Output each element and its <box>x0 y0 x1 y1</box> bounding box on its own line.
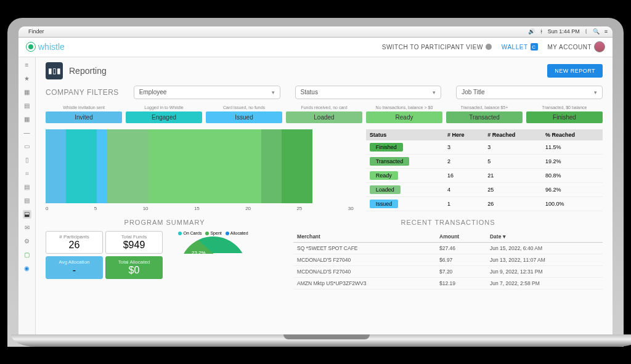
table-row[interactable]: Issued126100.0% <box>366 196 603 211</box>
summary-block: Total Funds$949 <box>105 231 163 254</box>
new-report-button[interactable]: NEW REPORT <box>547 64 603 78</box>
status-table: Status# Here# Reached% Reached Finished3… <box>366 129 603 211</box>
sidebar-item-2[interactable]: ▦ <box>23 88 31 97</box>
summary-title: PROGRAM SUMMARY <box>46 219 283 226</box>
status-select[interactable]: Status <box>295 86 442 99</box>
table-row[interactable]: SQ *SWEET SPOT CAFE$27.46Jun 15, 2022, 6… <box>293 242 603 254</box>
sidebar-item-15[interactable]: ◉ <box>23 264 31 273</box>
sidebar-item-0[interactable]: ≡ <box>23 61 31 70</box>
status-chip[interactable]: Engaged <box>126 111 202 123</box>
allocation-pie-chart: 23.2% <box>179 237 247 270</box>
pie-slice-label: 23.2% <box>192 250 206 256</box>
menubar-time: Sun 1:44 PM <box>548 28 580 34</box>
menubar-app: Finder <box>28 28 44 34</box>
bar-segment-issued <box>97 129 107 203</box>
wallet-icon: C <box>531 43 538 51</box>
bar-segment-invited <box>46 129 66 203</box>
sidebar-item-3[interactable]: ▤ <box>23 102 31 110</box>
summary-block: # Participants26 <box>46 231 103 254</box>
bar-segment-finished <box>282 129 312 203</box>
my-account-link[interactable]: MY ACCOUNT <box>548 41 606 52</box>
transactions-table: MerchantAmountDate ▾ SQ *SWEET SPOT CAFE… <box>293 231 603 289</box>
status-hint: Funds received, no card <box>286 105 362 110</box>
bluetooth-icon: ᚼ <box>540 28 543 34</box>
search-icon: 🔍 <box>593 28 600 34</box>
status-bar-chart: 051015202530 <box>46 129 354 211</box>
filters-label: COMPANY FILTERS <box>46 88 119 97</box>
status-chip[interactable]: Invited <box>46 111 122 123</box>
transactions-title: RECENT TRANSACTIONS <box>293 219 603 226</box>
status-hint: Card issued, no funds <box>206 105 282 110</box>
sidebar-item-12[interactable]: ✉ <box>23 224 31 232</box>
sidebar-item-14[interactable]: ▢ <box>23 251 31 259</box>
menu-icon: ≡ <box>605 28 608 34</box>
table-row[interactable]: Finished3311.5% <box>366 140 603 155</box>
user-icon <box>486 44 492 50</box>
sidebar-item-5[interactable]: — <box>23 129 31 137</box>
status-hint: Logged in to Whistle <box>126 105 202 110</box>
legend-item: Spent <box>205 231 221 235</box>
sidebar-item-6[interactable]: ▭ <box>23 142 31 151</box>
mac-menubar: Finder 🔊 ᚼ Sun 1:44 PM ⧙ 🔍 ≡ <box>18 26 613 38</box>
table-row[interactable]: MCDONALD'S F27040$7.20Jun 9, 2022, 12:31… <box>293 265 603 277</box>
status-hint: Transacted, $0 balance <box>526 105 603 110</box>
sidebar-item-9[interactable]: ▤ <box>23 183 31 192</box>
table-row[interactable]: Transacted2519.2% <box>366 154 603 168</box>
logo-mark-icon <box>26 42 36 52</box>
status-hint: Whistle invitation sent <box>46 105 122 110</box>
sidebar-item-4[interactable]: ▦ <box>23 115 31 124</box>
status-hint: Transacted, balance $5+ <box>446 105 523 110</box>
brand-logo[interactable]: whistle <box>26 42 65 52</box>
wallet-link[interactable]: WALLET C <box>502 43 538 51</box>
status-chip[interactable]: Finished <box>526 111 603 123</box>
avatar <box>594 41 605 52</box>
table-row[interactable]: AMZN Mktp US*UP3ZF2WV3$12.19Jun 7, 2022,… <box>293 277 603 289</box>
table-row[interactable]: MCDONALD'S F27040$6.97Jun 13, 2022, 11:0… <box>293 254 603 265</box>
status-chip[interactable]: Loaded <box>286 111 362 123</box>
app-header: whistle SWITCH TO PARTICIPANT VIEW WALLE… <box>18 38 613 57</box>
summary-block: Avg Allocation- <box>46 256 103 279</box>
bar-segment-engaged <box>66 129 97 203</box>
volume-icon: 🔊 <box>528 28 535 34</box>
legend-item: Allocated <box>226 231 248 235</box>
sidebar-item-7[interactable]: ▯ <box>23 156 31 164</box>
switch-view-link[interactable]: SWITCH TO PARTICIPANT VIEW <box>382 44 492 51</box>
table-row[interactable]: Loaded42596.2% <box>366 182 603 196</box>
sidebar-item-13[interactable]: ⚙ <box>23 237 31 246</box>
sidebar-item-11[interactable]: ⬓ <box>23 210 31 219</box>
sidebar-item-8[interactable]: ⌗ <box>23 169 31 178</box>
sidebar-item-1[interactable]: ★ <box>23 75 31 83</box>
job-title-select[interactable]: Job Title <box>456 86 603 99</box>
status-hint: No transactions, balance > $0 <box>366 105 442 110</box>
bar-segment-loaded <box>107 129 149 203</box>
status-chip[interactable]: Ready <box>366 111 442 123</box>
brand-name: whistle <box>38 42 65 52</box>
sidebar: ≡★▦▤▦—▭▯⌗▤▤⬓✉⚙▢◉ <box>18 57 36 334</box>
page-title: Reporting <box>69 66 107 76</box>
wifi-icon: ⧙ <box>585 28 588 34</box>
status-chip[interactable]: Issued <box>206 111 282 123</box>
legend-item: On Cards <box>178 231 202 235</box>
bar-segment-transacted <box>261 129 282 203</box>
employee-select[interactable]: Employee <box>134 86 280 99</box>
laptop-base <box>11 334 631 347</box>
summary-block: Total Allocated$0 <box>105 256 163 279</box>
bar-segment-ready <box>149 129 261 203</box>
status-chip[interactable]: Transacted <box>446 111 523 123</box>
main-content: ▮▯▮ Reporting NEW REPORT COMPANY FILTERS… <box>36 57 613 334</box>
sidebar-item-10[interactable]: ▤ <box>23 196 31 205</box>
reporting-icon: ▮▯▮ <box>46 62 63 79</box>
table-row[interactable]: Ready162180.8% <box>366 168 603 182</box>
